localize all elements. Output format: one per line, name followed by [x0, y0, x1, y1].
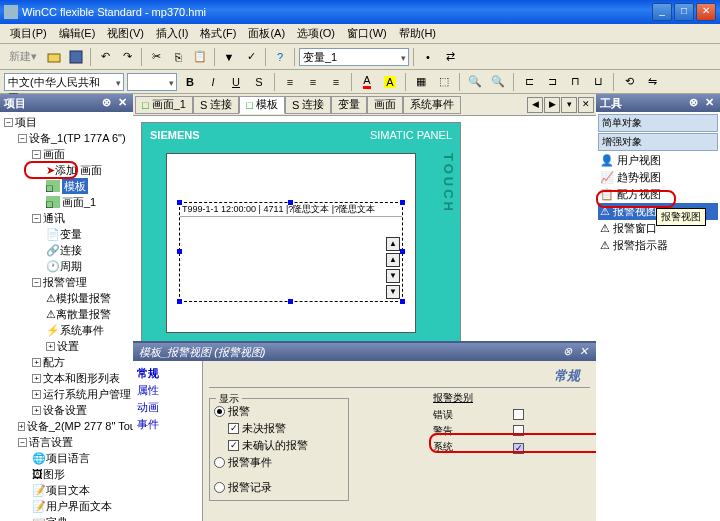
undo-icon[interactable]: ↶ — [95, 47, 115, 67]
project-tree[interactable]: −项目 −设备_1(TP 177A 6") −画面 ➤添加 画面 □模板 □画面… — [0, 112, 133, 521]
compile-icon[interactable]: ✓ — [241, 47, 261, 67]
scroll-top-icon[interactable]: ▲ — [386, 253, 400, 267]
fgcolor-icon[interactable]: A — [357, 72, 377, 92]
tool-cat-enhanced[interactable]: 增强对象 — [598, 133, 718, 151]
open-icon[interactable] — [44, 47, 64, 67]
tab-screen1[interactable]: □画面_1 — [135, 96, 193, 114]
tool-recipe-view[interactable]: 📋配方视图 — [598, 186, 718, 203]
radio-log[interactable] — [214, 482, 225, 493]
menu-edit[interactable]: 编辑(E) — [53, 24, 102, 43]
tab-conn[interactable]: S连接 — [193, 96, 239, 114]
tree-alarm-mgmt[interactable]: 报警管理 — [43, 274, 87, 290]
rotate-icon[interactable]: ⟲ — [619, 72, 639, 92]
scroll-bottom-icon[interactable]: ▼ — [386, 285, 400, 299]
tab-tag[interactable]: 变量 — [331, 96, 367, 114]
new-button[interactable]: 新建 ▾ — [4, 47, 42, 67]
tree-comm[interactable]: 通讯 — [43, 210, 65, 226]
redo-icon[interactable]: ↷ — [117, 47, 137, 67]
props-pin-icon[interactable]: ⊗ — [560, 345, 574, 359]
tree-proj-text[interactable]: 项目文本 — [46, 482, 90, 498]
layer-icon[interactable]: ▦ — [411, 72, 431, 92]
tree-device[interactable]: 设备_1(TP 177A 6") — [29, 130, 126, 146]
tree-ui-text[interactable]: 用户界面文本 — [46, 498, 112, 514]
tree-sysev[interactable]: 系统事件 — [60, 322, 104, 338]
alarm-view-widget[interactable]: T999-1-1 12:00:00 | 4711 |?隆思文本 |?隆思文本 ▲… — [179, 202, 403, 302]
tree-tag[interactable]: 变量 — [60, 226, 82, 242]
tree-graphics[interactable]: 图形 — [43, 466, 65, 482]
bold-icon[interactable]: B — [180, 72, 200, 92]
tools-pin-icon[interactable]: ⊗ — [686, 96, 700, 110]
save-icon[interactable] — [66, 47, 86, 67]
tab-prev-icon[interactable]: ◀ — [527, 97, 543, 113]
align-b-icon[interactable]: ⊔ — [588, 72, 608, 92]
copy-icon[interactable]: ⎘ — [168, 47, 188, 67]
tab-template[interactable]: □模板 — [239, 96, 285, 114]
align-center-icon[interactable]: ≡ — [303, 72, 323, 92]
menu-insert[interactable]: 插入(I) — [150, 24, 194, 43]
align-right-icon[interactable]: ≡ — [326, 72, 346, 92]
panel-pin-icon[interactable]: ⊗ — [99, 96, 113, 110]
align-r-icon[interactable]: ⊐ — [542, 72, 562, 92]
tab-sysev[interactable]: 系统事件 — [403, 96, 461, 114]
flip-icon[interactable]: ⇋ — [642, 72, 662, 92]
tool-user-view[interactable]: 👤用户视图 — [598, 152, 718, 169]
props-nav-general[interactable]: 常规 — [135, 365, 200, 382]
props-nav-events[interactable]: 事件 — [135, 416, 200, 433]
chk-pending[interactable] — [228, 423, 239, 434]
variable-combo[interactable]: 变量_1 — [299, 48, 409, 66]
tab-next-icon[interactable]: ▶ — [544, 97, 560, 113]
tree-screen1[interactable]: 画面_1 — [62, 194, 96, 210]
tab-list-icon[interactable]: ▾ — [561, 97, 577, 113]
language-combo[interactable]: 中文(中华人民共和国) — [4, 73, 124, 91]
maximize-button[interactable]: □ — [674, 3, 694, 21]
tree-textlists[interactable]: 文本和图形列表 — [43, 370, 120, 386]
props-nav-anim[interactable]: 动画 — [135, 399, 200, 416]
menu-project[interactable]: 项目(P) — [4, 24, 53, 43]
tab-close-icon[interactable]: ✕ — [578, 97, 594, 113]
menu-panel[interactable]: 面板(A) — [242, 24, 291, 43]
align-l-icon[interactable]: ⊏ — [519, 72, 539, 92]
panel-close-icon[interactable]: ✕ — [115, 96, 129, 110]
tree-device2[interactable]: 设备_2(MP 277 8" Touch) — [27, 418, 133, 434]
align-t-icon[interactable]: ⊓ — [565, 72, 585, 92]
cut-icon[interactable]: ✂ — [146, 47, 166, 67]
chk-class-system[interactable] — [513, 443, 524, 454]
tool-cat-simple[interactable]: 简单对象 — [598, 114, 718, 132]
size-combo[interactable] — [127, 73, 177, 91]
tree-screens[interactable]: 画面 — [43, 146, 65, 162]
tree-settings[interactable]: 设置 — [57, 338, 79, 354]
minimize-button[interactable]: _ — [652, 3, 672, 21]
tree-root[interactable]: 项目 — [15, 114, 37, 130]
dot-icon[interactable]: • — [418, 47, 438, 67]
props-close-icon[interactable]: ✕ — [576, 345, 590, 359]
zoom-out-icon[interactable]: 🔍 — [488, 72, 508, 92]
strike-icon[interactable]: S — [249, 72, 269, 92]
tree-recipe[interactable]: 配方 — [43, 354, 65, 370]
group-icon[interactable]: ⬚ — [434, 72, 454, 92]
chk-class-error[interactable] — [513, 409, 524, 420]
tab-screen[interactable]: 画面 — [367, 96, 403, 114]
tree-proj-lang[interactable]: 项目语言 — [46, 450, 90, 466]
design-canvas[interactable]: SIEMENS SIMATIC PANEL TOUCH T999-1-1 — [133, 116, 596, 341]
tab-conn2[interactable]: S连接 — [285, 96, 331, 114]
radio-alarm[interactable] — [214, 406, 225, 417]
zoom-in-icon[interactable]: 🔍 — [465, 72, 485, 92]
menu-options[interactable]: 选项(O) — [291, 24, 341, 43]
chk-unack[interactable] — [228, 440, 239, 451]
menu-help[interactable]: 帮助(H) — [393, 24, 442, 43]
help-icon[interactable]: ? — [270, 47, 290, 67]
tree-analog[interactable]: 模拟量报警 — [56, 290, 111, 306]
tree-conn[interactable]: 连接 — [60, 242, 82, 258]
menu-view[interactable]: 视图(V) — [101, 24, 150, 43]
radio-events[interactable] — [214, 457, 225, 468]
underline-icon[interactable]: U — [226, 72, 246, 92]
menu-window[interactable]: 窗口(W) — [341, 24, 393, 43]
download-icon[interactable]: ▼ — [219, 47, 239, 67]
tool-trend-view[interactable]: 📈趋势视图 — [598, 169, 718, 186]
tree-runtime-user[interactable]: 运行系统用户管理 — [43, 386, 131, 402]
link-icon[interactable]: ⇄ — [440, 47, 460, 67]
tree-add-screen[interactable]: 添加 画面 — [55, 162, 102, 178]
tree-discrete[interactable]: 离散量报警 — [56, 306, 111, 322]
hmi-screen[interactable]: T999-1-1 12:00:00 | 4711 |?隆思文本 |?隆思文本 ▲… — [166, 153, 416, 333]
tree-dev-settings[interactable]: 设备设置 — [43, 402, 87, 418]
